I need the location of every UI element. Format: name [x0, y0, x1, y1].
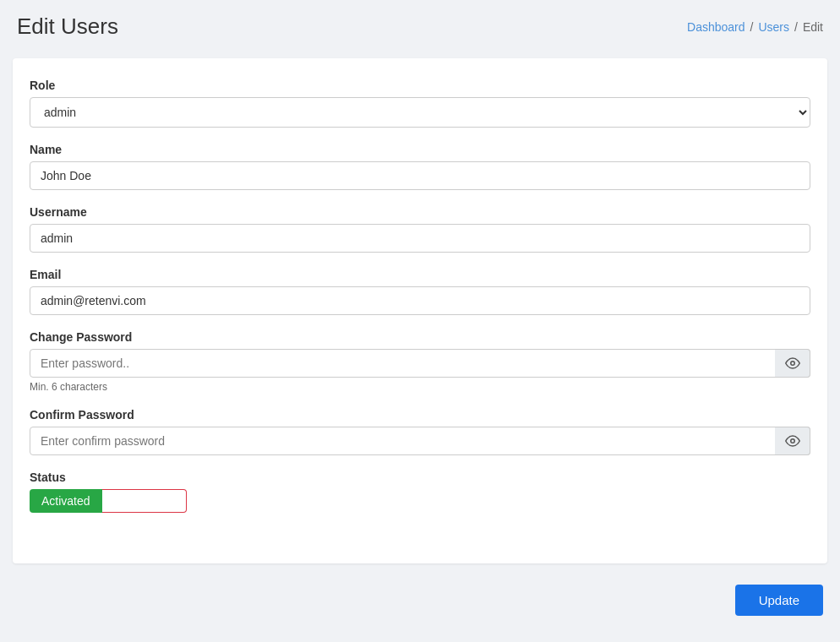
- confirm-password-input[interactable]: [30, 427, 810, 455]
- status-group: Status Activated: [30, 471, 810, 513]
- edit-user-form: Role admin user moderator Name Username …: [13, 58, 827, 563]
- status-controls: Activated: [30, 489, 810, 513]
- password-hint: Min. 6 characters: [30, 381, 810, 393]
- email-label: Email: [30, 268, 810, 281]
- status-label: Status: [30, 471, 810, 484]
- svg-point-0: [790, 362, 794, 366]
- eye-icon: [785, 356, 800, 371]
- status-text-input[interactable]: [102, 489, 187, 513]
- name-input[interactable]: [30, 161, 810, 190]
- page-title: Edit Users: [17, 14, 118, 40]
- update-button[interactable]: Update: [735, 585, 823, 616]
- confirm-password-wrapper: [30, 427, 810, 455]
- change-password-input[interactable]: [30, 349, 810, 378]
- username-group: Username: [30, 205, 810, 253]
- breadcrumb-dashboard[interactable]: Dashboard: [687, 20, 745, 34]
- eye-icon-confirm: [785, 433, 800, 449]
- role-label: Role: [30, 79, 810, 92]
- change-password-label: Change Password: [30, 330, 810, 344]
- breadcrumb-current: Edit: [803, 20, 823, 34]
- change-password-toggle[interactable]: [775, 349, 810, 378]
- change-password-wrapper: [30, 349, 810, 378]
- breadcrumb-users[interactable]: Users: [758, 20, 789, 34]
- change-password-group: Change Password Min. 6 characters: [30, 330, 810, 393]
- role-select[interactable]: admin user moderator: [30, 97, 810, 128]
- name-group: Name: [30, 143, 810, 190]
- role-group: Role admin user moderator: [30, 79, 810, 128]
- breadcrumb-separator-1: /: [750, 20, 754, 34]
- confirm-password-group: Confirm Password: [30, 408, 810, 455]
- breadcrumb-separator-2: /: [794, 20, 798, 34]
- breadcrumb: Dashboard / Users / Edit: [687, 20, 823, 34]
- email-input[interactable]: [30, 286, 810, 315]
- status-activated-button[interactable]: Activated: [30, 489, 102, 513]
- username-input[interactable]: [30, 224, 810, 253]
- confirm-password-label: Confirm Password: [30, 408, 810, 422]
- svg-point-1: [790, 439, 794, 443]
- email-group: Email: [30, 268, 810, 315]
- name-label: Name: [30, 143, 810, 156]
- footer-actions: Update: [0, 576, 840, 633]
- confirm-password-toggle[interactable]: [775, 427, 810, 455]
- username-label: Username: [30, 205, 810, 219]
